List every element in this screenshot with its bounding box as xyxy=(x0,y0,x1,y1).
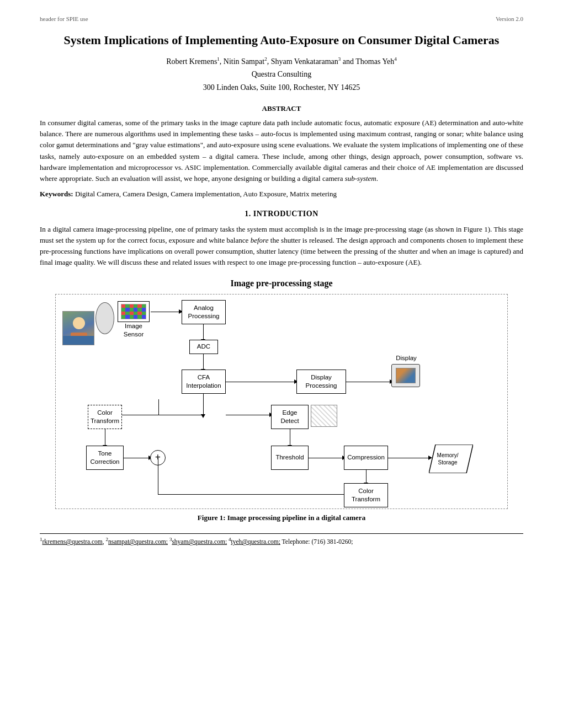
arrow-branch-left xyxy=(158,415,204,415)
display-image xyxy=(391,364,420,387)
keywords-text: Digital Camera, Camera Design, Camera im… xyxy=(75,190,337,198)
abstract-header: ABSTRACT xyxy=(40,104,523,113)
compression-label: Compression xyxy=(347,453,385,462)
abstract-text: In consumer digital cameras, some of the… xyxy=(40,117,523,184)
arrow-threshold-compression xyxy=(309,458,343,458)
header-left: header for SPIE use xyxy=(40,15,88,22)
arrow-tone-plus xyxy=(124,458,149,458)
arrow-color2-bottom xyxy=(158,494,344,495)
color-transform2-node: ColorTransform xyxy=(344,483,388,507)
email-2[interactable]: nsampat@questra.com; xyxy=(108,538,168,545)
authors: Robert Kremens1, Nitin Sampat2, Shyam Ve… xyxy=(40,55,523,94)
page-footer: 1rkremens@questra.com, 2nsampat@questra.… xyxy=(40,533,523,545)
edge-detect-node: EdgeDetect xyxy=(271,405,309,429)
lens-shape xyxy=(95,302,114,334)
footer-text: 1rkremens@questra.com, 2nsampat@questra.… xyxy=(40,538,353,545)
email-3[interactable]: shyam@questra.com; xyxy=(172,538,227,545)
email-4[interactable]: tyeh@questra.com; xyxy=(231,538,280,545)
edge-detect-label: EdgeDetect xyxy=(280,409,299,425)
compression-node: Compression xyxy=(344,446,388,470)
arrow-color-tone xyxy=(105,429,105,446)
figure-container: Image pre-processing stage xyxy=(40,279,523,522)
keywords: Keywords: Digital Camera, Camera Design,… xyxy=(40,189,523,200)
arrow-display-proc-display xyxy=(346,382,390,382)
color-transform1-label: ColorTransform xyxy=(91,409,119,425)
figure-caption: Figure 1: Image processing pipeline in a… xyxy=(198,513,365,522)
arrow-comp-memory xyxy=(388,458,429,458)
page: header for SPIE use Version 2.0 System I… xyxy=(0,0,563,728)
display-processing-label: DisplayProcessing xyxy=(306,373,337,390)
memory-storage-node: Memory/ Storage xyxy=(429,445,473,473)
adc-node: ADC xyxy=(189,340,218,354)
cfa-node: CFAInterpolation xyxy=(182,370,226,394)
tone-correction-node: ToneCorrection xyxy=(86,446,124,470)
display-label: Display xyxy=(392,354,420,362)
main-title: System Implications of Implementing Auto… xyxy=(40,32,523,49)
page-header: header for SPIE use Version 2.0 xyxy=(40,15,523,22)
adc-label: ADC xyxy=(197,342,210,351)
threshold-label: Threshold xyxy=(275,453,304,462)
phone: Telephone: (716) 381-0260; xyxy=(282,538,353,545)
source-image xyxy=(62,311,94,345)
arrow-cfa-color xyxy=(203,394,204,415)
arrow-cfa-display xyxy=(226,382,295,382)
address: 300 Linden Oaks, Suite 100, Rochester, N… xyxy=(40,81,523,94)
svg-marker-0 xyxy=(429,445,473,473)
threshold-node: Threshold xyxy=(271,446,309,470)
color-transform2-label: ColorTransform xyxy=(352,487,380,504)
svg-text:Storage: Storage xyxy=(438,459,457,465)
intro-header: 1. INTRODUCTION xyxy=(40,210,523,218)
title-section: System Implications of Implementing Auto… xyxy=(40,32,523,94)
edge-detect-image xyxy=(311,405,337,427)
email-1[interactable]: rkremens@questra.com xyxy=(43,538,103,545)
arrow-color2-up xyxy=(158,458,158,494)
color-transform1-node: ColorTransform xyxy=(88,405,122,429)
arrow-branch-vert xyxy=(158,399,159,415)
arrow-comp-color2 xyxy=(366,470,367,483)
analog-processing-node: AnalogProcessing xyxy=(182,300,226,324)
intro-text: In a digital camera image-processing pip… xyxy=(40,224,523,269)
cfa-label: CFAInterpolation xyxy=(186,373,221,390)
display-processing-node: DisplayProcessing xyxy=(296,370,346,394)
arrow-sensor-analog xyxy=(151,312,179,312)
arrow-edge-threshold xyxy=(290,429,290,446)
figure-title: Image pre-processing stage xyxy=(230,279,332,288)
arrow-analog-adc xyxy=(203,324,204,340)
author-names: Robert Kremens1, Nitin Sampat2, Shyam Ve… xyxy=(40,55,523,68)
org: Questra Consulting xyxy=(40,68,523,81)
arrow-adc-cfa xyxy=(203,354,204,370)
arrow-cfa-edge xyxy=(226,415,270,415)
image-sensor-label: ImageSensor xyxy=(118,322,150,339)
keywords-label: Keywords: xyxy=(40,190,73,198)
svg-text:Memory/: Memory/ xyxy=(437,452,459,458)
abstract-section: ABSTRACT In consumer digital cameras, so… xyxy=(40,104,523,184)
tone-correction-label: ToneCorrection xyxy=(90,449,119,466)
header-right: Version 2.0 xyxy=(496,15,523,22)
analog-processing-label: AnalogProcessing xyxy=(188,304,220,320)
image-sensor-node xyxy=(118,301,150,322)
diagram: ImageSensor AnalogProcessing ADC CFAInte… xyxy=(55,294,508,509)
arrow-left-color xyxy=(121,415,158,415)
